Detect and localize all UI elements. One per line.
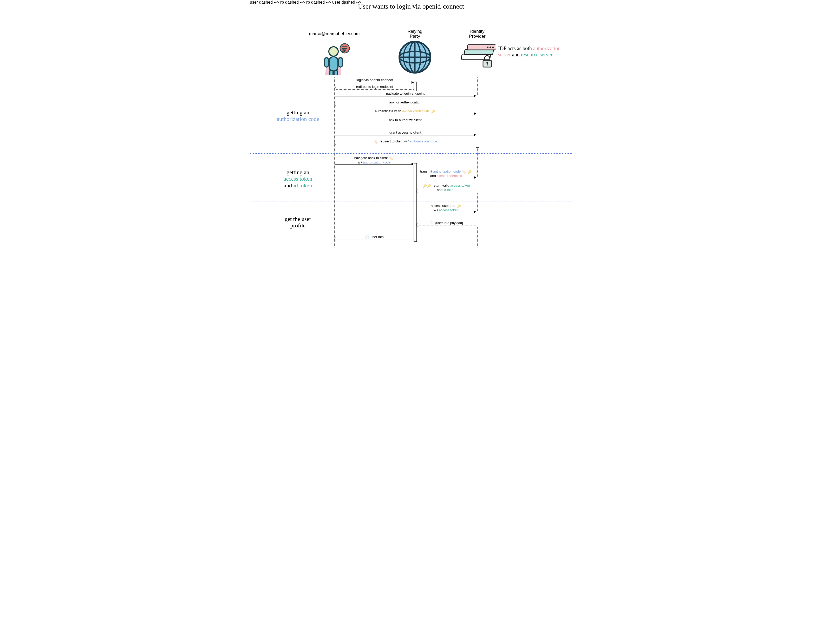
diagram-canvas: User wants to login via openid-connect m…	[250, 0, 572, 253]
text: IDP acts as both	[498, 46, 532, 51]
phase-divider	[250, 153, 572, 154]
activation-bar	[476, 211, 479, 227]
text: profile	[290, 222, 306, 229]
message-label: ask for authentication	[334, 100, 476, 104]
text: and	[512, 52, 520, 57]
text: Party	[410, 34, 420, 39]
text: Provider	[469, 34, 485, 39]
svg-rect-4	[334, 70, 337, 75]
text: authenticate w ith	[375, 109, 402, 113]
ticket-icon: 🏷️	[462, 170, 466, 174]
key-icon: 🔑	[457, 204, 461, 208]
text: access token	[439, 208, 459, 212]
ticket-icon: 🏷️	[389, 156, 393, 160]
user-icon	[317, 41, 354, 77]
text: client credentials	[437, 174, 462, 178]
message-label: 🔑🔑 return valid access token and id toke…	[416, 184, 476, 192]
text: authorization code	[410, 139, 437, 143]
phase-divider	[250, 201, 572, 201]
text: authorization code	[277, 116, 319, 122]
section-label-1: getting an authorization code	[273, 109, 323, 123]
svg-rect-2	[339, 58, 342, 67]
section-label-3: get the user profile	[276, 216, 320, 229]
message-label: navigate back to client 🏷️ w / authoriza…	[334, 156, 414, 164]
svg-rect-3	[330, 70, 333, 75]
svg-rect-1	[325, 58, 328, 67]
document-icon: 📄	[365, 235, 369, 239]
message-label: navigate to login endpoint	[334, 92, 476, 95]
message-label: 📄 user info	[334, 235, 414, 239]
globe-icon	[396, 39, 434, 77]
actor-label-user: marco@marcobehler.com	[307, 31, 362, 36]
activation-bar	[476, 177, 479, 193]
document-icon: 📄	[429, 221, 434, 225]
text: and	[430, 174, 436, 178]
message-label: transmit authorization code 🏷️🔑 and clie…	[416, 169, 476, 178]
text: redirect to client w /	[380, 139, 409, 143]
text: authorization code	[433, 169, 461, 173]
text: Identity	[470, 29, 485, 34]
svg-rect-0	[329, 57, 338, 71]
text: navigate back to client	[354, 156, 388, 160]
text: and	[284, 182, 292, 189]
message-label: 📄 {user info payload}	[416, 221, 476, 225]
message-label: authenticate w ith ow ner credentials 🔑	[334, 109, 476, 113]
text: return valid	[432, 184, 449, 187]
actor-label-relying-party: Relying Party	[396, 29, 434, 39]
keys-icon: 🔑🔑	[423, 184, 431, 188]
text: and	[437, 188, 443, 192]
text: {user info payload}	[435, 221, 463, 225]
section-label-2: getting an access token and id token	[275, 169, 321, 189]
actor-label-identity-provider: Identity Provider	[460, 29, 494, 39]
text: user info	[371, 235, 384, 239]
text: get the user	[285, 216, 311, 222]
text: w /	[358, 160, 362, 164]
idp-note: IDP acts as both authorization server an…	[498, 45, 568, 58]
text: getting an	[287, 169, 309, 175]
message-label: ask to authorize client	[334, 118, 476, 122]
text: w /	[434, 208, 438, 212]
key-icon: 🔑	[468, 170, 472, 174]
message-label: 🏷️ redirect to client w / authorization …	[334, 139, 476, 144]
text: access token	[450, 184, 470, 187]
text: authorization code	[363, 160, 391, 164]
text: id token	[293, 182, 312, 189]
server-icon	[459, 41, 495, 74]
text: transmit	[420, 169, 432, 173]
activation-bar	[414, 81, 417, 91]
message-label: login via openid-connect	[336, 78, 414, 82]
text: access user info	[431, 204, 455, 208]
text: ow ner credentials	[402, 109, 430, 113]
svg-rect-18	[467, 45, 495, 50]
text: getting an	[287, 109, 309, 116]
svg-point-5	[329, 47, 338, 56]
ticket-icon: 🏷️	[374, 140, 378, 144]
message-label: grant access to client	[334, 130, 476, 134]
diagram-title: User wants to login via openid-connect	[250, 3, 572, 11]
message-label: redirect to login endpoint	[336, 85, 414, 89]
text: id token	[443, 188, 455, 192]
activation-bar	[476, 95, 479, 148]
text: Relying	[408, 29, 422, 34]
message-label: access user info 🔑 w / access token	[416, 204, 476, 212]
key-icon: 🔑	[431, 110, 435, 113]
text: access token	[284, 175, 313, 182]
text: resource server	[521, 52, 553, 57]
